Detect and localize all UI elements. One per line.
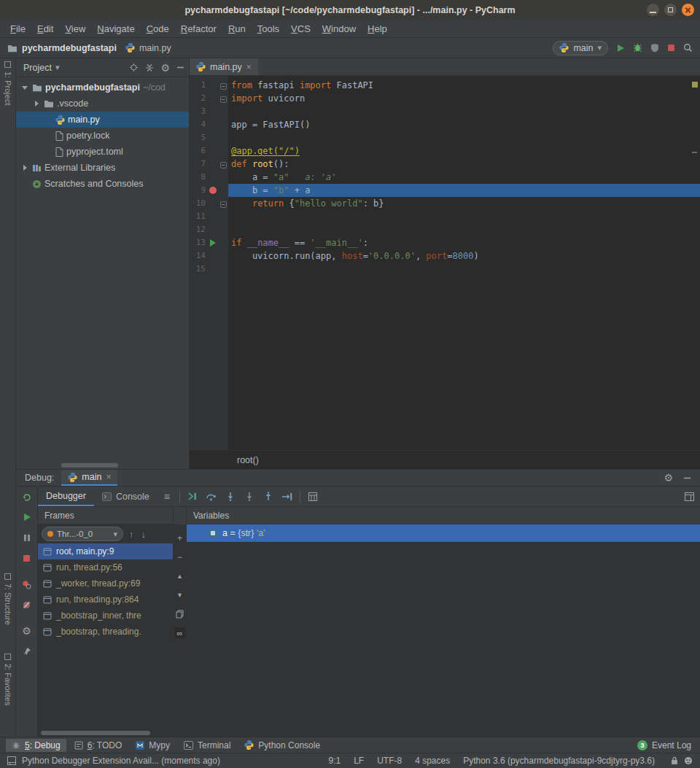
- menu-help[interactable]: Help: [362, 21, 393, 36]
- pause-icon[interactable]: [23, 532, 31, 543]
- project-panel-title[interactable]: Project: [23, 63, 52, 73]
- frame-bootstrap-inner-thre[interactable]: _bootstrap_inner, thre: [38, 608, 173, 624]
- code-editor[interactable]: 1−from fastapi import FastAPI2−import uv…: [190, 76, 700, 450]
- menu-vcs[interactable]: VCS: [285, 21, 316, 36]
- frame-bootstrap-threading[interactable]: _bootstrap, threading.: [38, 624, 173, 640]
- add-watch-icon[interactable]: +: [177, 532, 182, 543]
- pin-icon[interactable]: [23, 645, 31, 657]
- show-execution-point-icon[interactable]: [183, 487, 202, 506]
- stop-button[interactable]: [667, 44, 675, 52]
- tree-item-main-py[interactable]: main.py: [16, 112, 189, 128]
- gutter[interactable]: [207, 171, 219, 184]
- toolwindow-5-debug[interactable]: 5: Debug: [6, 739, 66, 752]
- stop-icon[interactable]: [23, 552, 31, 564]
- menu-window[interactable]: Window: [316, 21, 362, 36]
- menu-refactor[interactable]: Refactor: [175, 21, 222, 36]
- status-utf-8[interactable]: UTF-8: [377, 756, 402, 766]
- tree-item-external-libraries[interactable]: External Libraries: [16, 160, 189, 176]
- fold-icon[interactable]: −: [220, 201, 227, 208]
- chevron-right-icon[interactable]: [32, 99, 41, 108]
- hide-panel-icon[interactable]: [176, 63, 184, 71]
- gutter[interactable]: [207, 144, 219, 158]
- toolwindow-python-console[interactable]: Python Console: [238, 739, 326, 752]
- rerun-icon[interactable]: [22, 491, 32, 503]
- gutter[interactable]: [207, 197, 219, 210]
- fold-icon[interactable]: −: [220, 162, 227, 168]
- gutter[interactable]: [207, 223, 219, 236]
- gutter[interactable]: [207, 184, 219, 197]
- watch-return-values-icon[interactable]: ∞: [174, 627, 185, 638]
- menu-navigate[interactable]: Navigate: [91, 21, 140, 36]
- previous-frame-icon[interactable]: ↑: [128, 529, 136, 540]
- resume-icon[interactable]: [23, 511, 31, 523]
- step-over-icon[interactable]: [202, 487, 221, 506]
- toolwindow-6-todo[interactable]: 6: TODO: [69, 739, 128, 752]
- mute-breakpoints-icon[interactable]: [22, 599, 31, 610]
- gutter[interactable]: [207, 92, 219, 105]
- view-breakpoints-icon[interactable]: [22, 578, 31, 590]
- run-button[interactable]: [616, 44, 625, 53]
- debug-settings-icon[interactable]: ⚙: [664, 473, 673, 483]
- breadcrumb-file[interactable]: main.py: [139, 43, 171, 53]
- variable-row-a[interactable]: a = {str} 'a': [187, 524, 700, 542]
- project-scrollbar[interactable]: [16, 462, 189, 469]
- tree-item-poetry-lock[interactable]: poetry.lock: [16, 128, 189, 144]
- move-up-icon[interactable]: ▲: [176, 570, 183, 581]
- tab-console[interactable]: Console: [94, 486, 158, 506]
- fold-icon[interactable]: −: [220, 96, 227, 103]
- run-line-icon[interactable]: [210, 239, 219, 247]
- next-frame-icon[interactable]: ↓: [140, 529, 148, 540]
- debug-settings-icon[interactable]: ⚙: [22, 625, 31, 637]
- minimize-icon[interactable]: [647, 4, 659, 16]
- gutter[interactable]: [207, 105, 219, 118]
- gutter[interactable]: [207, 118, 219, 131]
- maximize-icon[interactable]: [664, 4, 677, 16]
- gutter[interactable]: [207, 131, 219, 144]
- coverage-button[interactable]: [650, 43, 659, 53]
- menu-view[interactable]: View: [59, 21, 91, 36]
- status-python-3-6-pycharmdebugfastapi-9cdjtyrg-py3-6[interactable]: Python 3.6 (pycharmdebugfastapi-9cdjtyrg…: [463, 756, 655, 766]
- stripe-structure-button[interactable]: 7: Structure: [0, 573, 15, 625]
- hector-icon[interactable]: [684, 756, 693, 765]
- gutter[interactable]: [207, 236, 219, 249]
- stripe-favorites-button[interactable]: 2: Favorites: [0, 653, 15, 705]
- lock-icon[interactable]: [671, 756, 678, 765]
- step-out-icon[interactable]: [259, 487, 278, 506]
- tree-item-pyproject-toml[interactable]: pyproject.toml: [16, 144, 189, 160]
- gutter[interactable]: [207, 263, 219, 276]
- gutter[interactable]: [207, 249, 219, 263]
- settings-icon[interactable]: ⚙: [160, 63, 170, 73]
- toolwindow-toggle-icon[interactable]: [7, 756, 16, 765]
- thread-select[interactable]: Thr...-0_0 ▾: [42, 527, 123, 541]
- run-to-cursor-icon[interactable]: [278, 487, 297, 506]
- event-log-button[interactable]: 3 Event Log: [637, 740, 694, 750]
- menu-tools[interactable]: Tools: [252, 21, 285, 36]
- toolwindow-mypy[interactable]: Mypy: [130, 739, 176, 752]
- duplicate-watch-icon[interactable]: [176, 608, 184, 619]
- evaluate-expression-icon[interactable]: [303, 487, 322, 506]
- move-down-icon[interactable]: ▼: [176, 589, 183, 600]
- debug-session-tab[interactable]: main ×: [61, 470, 117, 486]
- chevron-right-icon[interactable]: [20, 163, 29, 172]
- layout-settings-icon[interactable]: [685, 492, 694, 501]
- stripe-project-button[interactable]: 1: Project: [0, 61, 15, 105]
- gutter[interactable]: [207, 210, 219, 223]
- gutter[interactable]: [207, 79, 219, 92]
- search-button[interactable]: [683, 43, 693, 53]
- breadcrumb-project[interactable]: pycharmdebugfastapi: [22, 43, 117, 53]
- tree-item-scratches-and-consoles[interactable]: Scratches and Consoles: [16, 176, 189, 192]
- toolwindow-terminal[interactable]: Terminal: [178, 739, 236, 752]
- close-session-icon[interactable]: ×: [106, 472, 111, 482]
- step-into-icon[interactable]: [221, 487, 240, 506]
- locate-icon[interactable]: [129, 63, 139, 72]
- breadcrumb-function[interactable]: root(): [237, 455, 259, 465]
- gutter[interactable]: [207, 158, 219, 171]
- status-9-1[interactable]: 9:1: [328, 756, 341, 766]
- fold-icon[interactable]: −: [220, 83, 227, 90]
- close-icon[interactable]: [682, 4, 694, 16]
- status-4-spaces[interactable]: 4 spaces: [415, 756, 450, 766]
- frame-worker-thread-py-69[interactable]: _worker, thread.py:69: [38, 575, 173, 591]
- menu-edit[interactable]: Edit: [31, 21, 59, 36]
- chevron-down-icon[interactable]: ▾: [55, 63, 60, 71]
- hamburger-menu-icon[interactable]: ≡: [158, 487, 176, 506]
